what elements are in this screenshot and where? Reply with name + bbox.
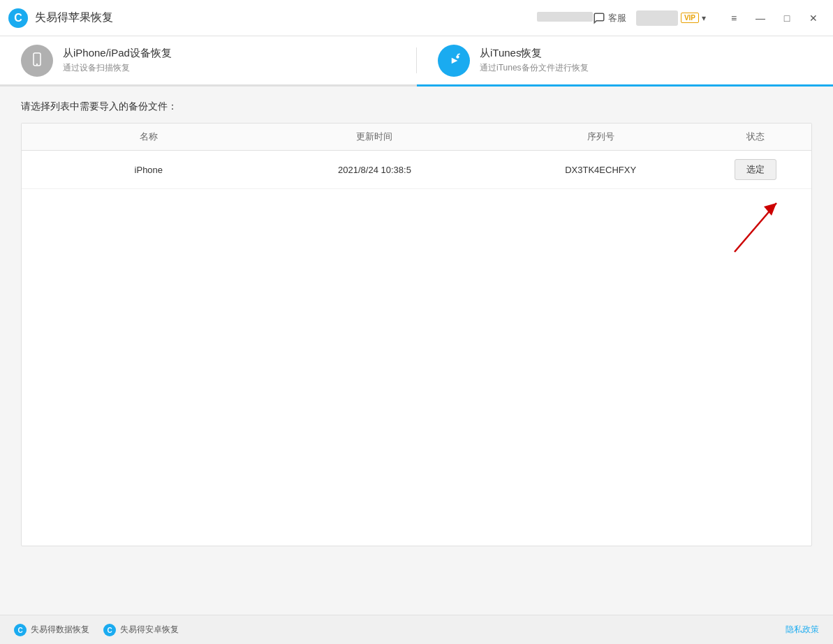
menu-button[interactable]: ≡ (723, 8, 745, 28)
table-row: iPhone 2021/8/24 10:38:5 DX3TK4ECHFXY 选定 (22, 151, 811, 189)
app-title: 失易得苹果恢复 (35, 10, 531, 25)
footer-link-android-recovery[interactable]: C 失易得安卓恢复 (103, 624, 179, 636)
user-dropdown-icon[interactable]: ▾ (702, 13, 706, 23)
footer-logo-2: C (103, 624, 116, 636)
footer-links: C 失易得数据恢复 C 失易得安卓恢复 (14, 624, 179, 636)
minimize-button[interactable]: — (749, 8, 772, 28)
tab-iphone[interactable]: 从iPhone/iPad设备恢复 通过设备扫描恢复 (0, 36, 416, 84)
iphone-tab-subtitle: 通过设备扫描恢复 (63, 62, 172, 74)
row-action: 选定 (714, 159, 797, 180)
header-serial: 序列号 (487, 130, 714, 143)
footer-link-data-recovery[interactable]: C 失易得数据恢复 (14, 624, 89, 636)
app-version (537, 12, 593, 24)
table-header: 名称 更新时间 序列号 状态 (22, 123, 811, 151)
main-content: 请选择列表中需要导入的备份文件： 名称 更新时间 序列号 状态 iPhone 2… (0, 87, 833, 615)
app-logo: C (8, 8, 28, 28)
row-name: iPhone (36, 165, 262, 175)
customer-service-label: 客服 (608, 12, 626, 24)
header-name: 名称 (36, 130, 262, 143)
iphone-tab-text: 从iPhone/iPad设备恢复 通过设备扫描恢复 (63, 47, 172, 74)
footer-link2-label: 失易得安卓恢复 (120, 624, 179, 636)
row-update-time: 2021/8/24 10:38:5 (262, 165, 488, 175)
row-serial: DX3TK4ECHFXY (487, 165, 714, 175)
close-button[interactable]: ✕ (802, 8, 825, 28)
vip-badge: VIP (681, 13, 699, 23)
svg-text:C: C (107, 627, 112, 634)
privacy-policy-link[interactable]: 隐私政策 (786, 624, 819, 636)
tab-itunes[interactable]: 从iTunes恢复 通过iTunes备份文件进行恢复 (417, 36, 833, 87)
user-area: VIP ▾ (636, 10, 706, 26)
iphone-tab-icon (21, 45, 53, 77)
itunes-tab-icon (438, 45, 470, 77)
red-arrow-annotation (714, 182, 797, 266)
titlebar-right: 客服 VIP ▾ ≡ — □ ✕ (593, 8, 825, 28)
svg-text:C: C (14, 12, 22, 24)
tab-bar: 从iPhone/iPad设备恢复 通过设备扫描恢复 从iTunes恢复 通过iT… (0, 36, 833, 87)
backup-table: 名称 更新时间 序列号 状态 iPhone 2021/8/24 10:38:5 … (21, 123, 812, 546)
svg-point-4 (36, 63, 38, 65)
footer-link1-label: 失易得数据恢复 (31, 624, 89, 636)
header-update-time: 更新时间 (262, 130, 488, 143)
maximize-button[interactable]: □ (776, 8, 798, 28)
footer: C 失易得数据恢复 C 失易得安卓恢复 隐私政策 (0, 615, 833, 644)
customer-service-button[interactable]: 客服 (593, 12, 626, 24)
svg-text:C: C (17, 627, 22, 634)
header-status: 状态 (714, 130, 797, 143)
chat-icon (593, 12, 605, 24)
itunes-tab-text: 从iTunes恢复 通过iTunes备份文件进行恢复 (480, 47, 589, 74)
footer-logo-1: C (14, 624, 27, 636)
svg-line-8 (457, 54, 459, 54)
select-button[interactable]: 选定 (735, 159, 776, 180)
window-controls: ≡ — □ ✕ (723, 8, 825, 28)
itunes-tab-subtitle: 通过iTunes备份文件进行恢复 (480, 62, 589, 74)
itunes-tab-title: 从iTunes恢复 (480, 47, 589, 60)
iphone-tab-title: 从iPhone/iPad设备恢复 (63, 47, 172, 60)
title-bar: C 失易得苹果恢复 客服 VIP ▾ ≡ — □ ✕ (0, 0, 833, 36)
user-avatar (636, 10, 678, 26)
svg-marker-10 (764, 203, 776, 216)
section-title: 请选择列表中需要导入的备份文件： (21, 100, 812, 113)
